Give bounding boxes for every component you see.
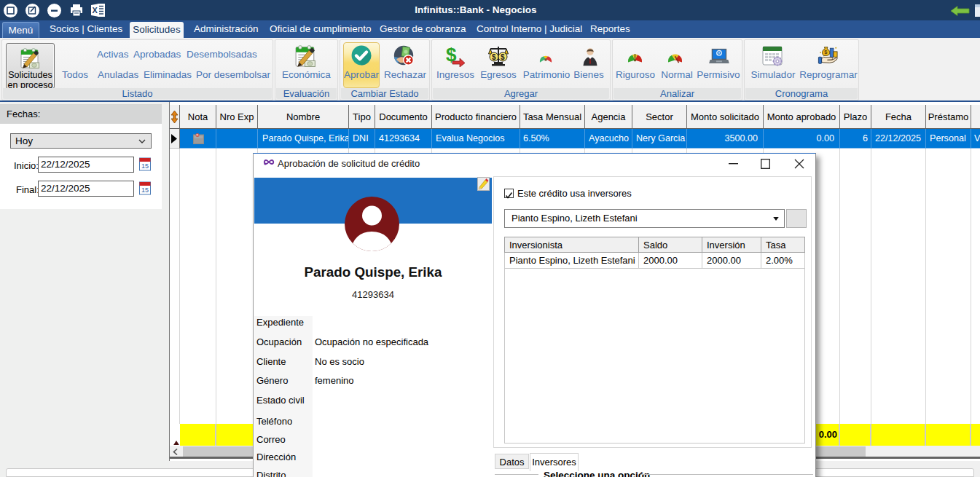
svg-text:$: $ [492,53,496,61]
svg-text:15: 15 [141,186,149,194]
svg-text:15: 15 [141,162,149,170]
svg-text:$: $ [501,53,505,61]
